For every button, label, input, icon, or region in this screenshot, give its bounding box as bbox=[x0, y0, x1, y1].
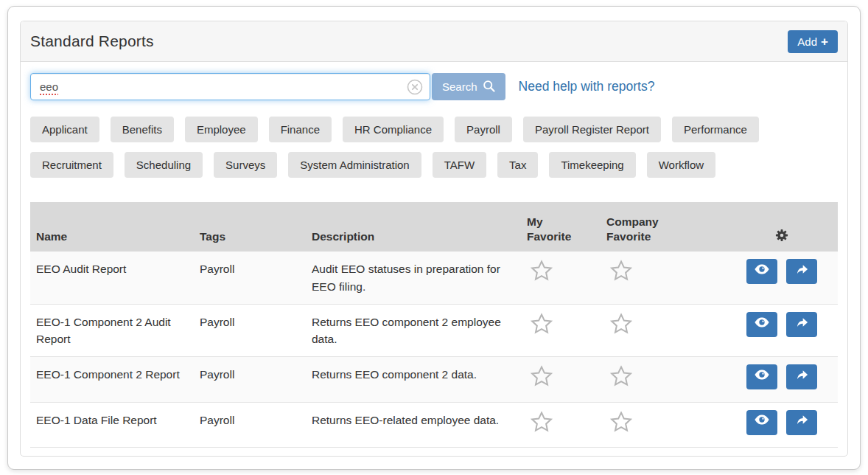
tag-filter-button[interactable]: Finance bbox=[269, 117, 332, 142]
my-favorite-star-icon[interactable] bbox=[530, 410, 553, 438]
share-arrow-icon bbox=[794, 367, 810, 387]
tag-filter-button[interactable]: HR Compliance bbox=[343, 117, 444, 142]
view-report-button[interactable] bbox=[746, 312, 777, 337]
add-button-label: Add bbox=[797, 35, 817, 48]
app-window: Standard Reports Add + eeo bbox=[7, 6, 861, 470]
search-button[interactable]: Search bbox=[432, 73, 505, 100]
tag-filter-button[interactable]: Employee bbox=[185, 117, 258, 142]
share-arrow-icon bbox=[794, 314, 810, 335]
share-arrow-icon bbox=[794, 412, 810, 432]
column-header-settings bbox=[726, 202, 838, 252]
help-link[interactable]: Need help with reports? bbox=[519, 79, 655, 94]
tag-filter-button[interactable]: Performance bbox=[672, 117, 759, 142]
cell-my-favorite bbox=[521, 252, 601, 304]
cell-actions bbox=[726, 402, 838, 447]
cell-report-description: Returns EEO component 2 employee data. bbox=[306, 304, 521, 357]
company-favorite-star-icon[interactable] bbox=[609, 364, 633, 392]
standard-reports-panel: Standard Reports Add + eeo bbox=[20, 21, 848, 457]
tag-filter-button[interactable]: Payroll Register Report bbox=[523, 117, 661, 142]
cell-report-name: EEO-1 Component 2 Report bbox=[30, 357, 194, 402]
tag-filter-button[interactable]: Payroll bbox=[455, 117, 512, 142]
reports-table: Name Tags Description My Favorite Compan… bbox=[30, 202, 838, 448]
company-favorite-star-icon[interactable] bbox=[609, 312, 633, 340]
company-favorite-star-icon[interactable] bbox=[609, 410, 633, 438]
cell-report-tags: Payroll bbox=[194, 357, 306, 402]
table-settings-gear-icon[interactable] bbox=[775, 229, 788, 246]
run-report-button[interactable] bbox=[786, 312, 817, 337]
view-report-button[interactable] bbox=[746, 410, 777, 435]
search-input-value: eeo bbox=[40, 80, 58, 93]
cell-report-name: EEO-1 Data File Report bbox=[30, 402, 194, 447]
plus-icon: + bbox=[821, 36, 828, 47]
my-favorite-star-icon[interactable] bbox=[530, 259, 553, 287]
cell-actions bbox=[726, 304, 838, 357]
tag-filter-button[interactable]: System Administration bbox=[288, 152, 421, 178]
my-favorite-star-icon[interactable] bbox=[530, 312, 553, 340]
cell-my-favorite bbox=[521, 402, 601, 447]
add-button[interactable]: Add + bbox=[788, 30, 838, 53]
table-row: EEO-1 Component 2 Report Payroll Returns… bbox=[30, 357, 838, 402]
cell-report-description: Returns EEO component 2 data. bbox=[306, 357, 521, 402]
tag-filter-button[interactable]: Surveys bbox=[214, 152, 277, 178]
eye-icon bbox=[754, 412, 770, 432]
cell-company-favorite bbox=[601, 402, 726, 447]
cell-report-tags: Payroll bbox=[194, 304, 306, 357]
table-header-row: Name Tags Description My Favorite Compan… bbox=[30, 202, 838, 252]
tag-filter-button[interactable]: Timekeeping bbox=[549, 152, 635, 178]
search-input[interactable]: eeo bbox=[30, 73, 430, 100]
view-report-button[interactable] bbox=[746, 259, 777, 284]
eye-icon bbox=[754, 314, 770, 335]
my-favorite-star-icon[interactable] bbox=[530, 364, 553, 392]
search-icon bbox=[483, 80, 495, 94]
cell-company-favorite bbox=[601, 252, 726, 304]
column-header-tags: Tags bbox=[194, 202, 306, 252]
run-report-button[interactable] bbox=[786, 410, 817, 435]
cell-report-description: Audit EEO statuses in preparation for EE… bbox=[306, 252, 521, 304]
tag-filter-button[interactable]: Workflow bbox=[647, 152, 715, 178]
tag-filter-button[interactable]: Tax bbox=[497, 152, 538, 178]
cell-report-tags: Payroll bbox=[194, 252, 306, 304]
cell-report-tags: Payroll bbox=[194, 402, 306, 447]
cell-report-name: EEO-1 Component 2 Audit Report bbox=[30, 304, 194, 357]
cell-my-favorite bbox=[521, 357, 601, 402]
tag-filter-button[interactable]: Recruitment bbox=[30, 152, 113, 178]
cell-actions bbox=[726, 357, 838, 402]
column-header-description: Description bbox=[306, 202, 521, 252]
cell-my-favorite bbox=[521, 304, 601, 357]
cell-actions bbox=[726, 252, 838, 304]
run-report-button[interactable] bbox=[786, 259, 817, 284]
tag-filter-button[interactable]: TAFW bbox=[433, 152, 486, 178]
eye-icon bbox=[754, 367, 770, 387]
panel-heading: Standard Reports Add + bbox=[21, 21, 847, 62]
cell-company-favorite bbox=[601, 357, 726, 402]
column-header-company-favorite: Company Favorite bbox=[601, 202, 726, 252]
run-report-button[interactable] bbox=[786, 364, 817, 389]
cell-report-description: Returns EEO-related employee data. bbox=[306, 402, 521, 447]
page-title: Standard Reports bbox=[30, 32, 154, 50]
eye-icon bbox=[754, 261, 770, 282]
tag-filter-button[interactable]: Benefits bbox=[111, 117, 174, 142]
tag-filter-list: ApplicantBenefitsEmployeeFinanceHR Compl… bbox=[30, 117, 838, 178]
tag-filter-button[interactable]: Scheduling bbox=[125, 152, 203, 178]
clear-search-icon[interactable] bbox=[407, 79, 423, 95]
panel-body: eeo Search bbox=[21, 62, 847, 456]
company-favorite-star-icon[interactable] bbox=[609, 259, 633, 287]
cell-report-name: EEO Audit Report bbox=[30, 252, 194, 304]
table-row: EEO-1 Component 2 Audit Report Payroll R… bbox=[30, 304, 838, 357]
table-row: EEO Audit Report Payroll Audit EEO statu… bbox=[30, 252, 838, 304]
search-button-label: Search bbox=[442, 80, 477, 93]
search-row: eeo Search bbox=[30, 73, 838, 100]
table-row: EEO-1 Data File Report Payroll Returns E… bbox=[30, 402, 838, 447]
column-header-my-favorite: My Favorite bbox=[521, 202, 601, 252]
view-report-button[interactable] bbox=[746, 364, 777, 389]
cell-company-favorite bbox=[601, 304, 726, 357]
reports-table-body: EEO Audit Report Payroll Audit EEO statu… bbox=[30, 252, 838, 447]
column-header-name: Name bbox=[30, 202, 194, 252]
tag-filter-button[interactable]: Applicant bbox=[30, 117, 99, 142]
share-arrow-icon bbox=[794, 261, 810, 282]
